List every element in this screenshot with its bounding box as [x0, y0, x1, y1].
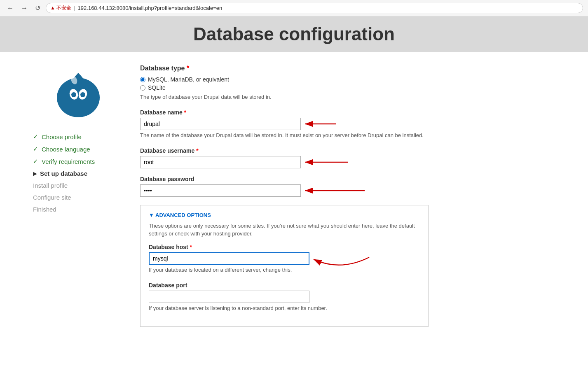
advanced-options-toggle[interactable]: ▼ ADVANCED OPTIONS: [149, 212, 211, 218]
step-label: Configure site: [33, 194, 71, 201]
database-port-help: If your database server is listening to …: [149, 305, 420, 312]
drupal-logo: [52, 65, 105, 118]
page-title: Database configuration: [7, 24, 581, 44]
step-label: Set up database: [40, 170, 87, 177]
database-type-label: Database type *: [140, 65, 429, 72]
required-star: *: [184, 109, 186, 116]
steps-list: ✓ Choose profile ✓ Choose language ✓ Ver…: [33, 130, 124, 215]
required-star: *: [187, 65, 189, 72]
back-button[interactable]: ←: [5, 4, 16, 13]
address-bar[interactable]: ▲ 不安全 | 192.168.44.132:8080/install.php?…: [46, 3, 583, 13]
database-username-input[interactable]: [140, 156, 301, 168]
arrow-annotation-name: [303, 120, 340, 130]
database-password-label: Database password: [140, 176, 429, 182]
browser-chrome: ← → ↺ ▲ 不安全 | 192.168.44.132:8080/instal…: [0, 0, 588, 16]
step-finished: Finished: [33, 203, 124, 215]
database-password-group: Database password: [140, 176, 429, 197]
toggle-label: ▼ ADVANCED OPTIONS: [149, 212, 211, 218]
reload-button[interactable]: ↺: [33, 3, 42, 13]
sqlite-radio[interactable]: [140, 85, 145, 91]
step-label: Choose profile: [42, 133, 82, 140]
database-name-label: Database name *: [140, 109, 429, 116]
database-port-input[interactable]: [149, 291, 309, 303]
url-text: 192.168.44.132:8080/install.php?profile=…: [78, 5, 223, 11]
mysql-radio[interactable]: [140, 77, 145, 82]
sqlite-option[interactable]: SQLite: [140, 84, 429, 91]
step-label: Choose language: [42, 146, 90, 153]
step-label: Install profile: [33, 182, 68, 189]
mysql-label: MySQL, MariaDB, or equivalent: [148, 76, 229, 83]
main-content: ✓ Choose profile ✓ Choose language ✓ Ver…: [0, 52, 588, 339]
database-type-help: The type of database your Drupal data wi…: [140, 93, 429, 101]
check-icon: ✓: [33, 158, 38, 165]
arrow-annotation-password: [303, 186, 369, 207]
arrow-icon: ▶: [33, 171, 37, 177]
sidebar: ✓ Choose profile ✓ Choose language ✓ Ver…: [33, 65, 124, 327]
svg-point-3: [71, 92, 76, 97]
database-host-group: Database host * If your database is loca…: [149, 244, 420, 274]
required-star: *: [196, 147, 198, 154]
step-choose-profile: ✓ Choose profile: [33, 130, 124, 143]
url-separator: |: [74, 5, 75, 11]
check-icon: ✓: [33, 133, 38, 140]
security-indicator: ▲ 不安全: [50, 5, 71, 12]
sqlite-label: SQLite: [148, 84, 166, 91]
database-username-group: Database username *: [140, 147, 429, 168]
step-configure-site: Configure site: [33, 191, 124, 203]
database-host-input[interactable]: [149, 252, 309, 265]
mysql-option[interactable]: MySQL, MariaDB, or equivalent: [140, 76, 429, 83]
check-icon: ✓: [33, 145, 38, 153]
step-choose-language: ✓ Choose language: [33, 143, 124, 155]
advanced-options-box: ▼ ADVANCED OPTIONS These options are onl…: [140, 205, 429, 327]
forward-button[interactable]: →: [19, 4, 30, 13]
database-name-input[interactable]: [140, 118, 301, 130]
database-password-input[interactable]: [140, 184, 301, 197]
svg-point-4: [80, 92, 85, 97]
database-name-group: Database name * The name of the database…: [140, 109, 429, 139]
database-host-help: If your database is located on a differe…: [149, 266, 420, 274]
database-port-label: Database port: [149, 282, 420, 289]
required-star: *: [190, 244, 192, 250]
database-username-label: Database username *: [140, 147, 429, 154]
database-port-group: Database port If your database server is…: [149, 282, 420, 312]
advanced-help-text: These options are only necessary for som…: [149, 222, 420, 237]
step-install-profile: Install profile: [33, 179, 124, 191]
radio-group: MySQL, MariaDB, or equivalent SQLite: [140, 76, 429, 91]
form-area: Database type * MySQL, MariaDB, or equiv…: [140, 65, 429, 327]
step-label: Verify requirements: [42, 158, 95, 165]
database-type-group: Database type * MySQL, MariaDB, or equiv…: [140, 65, 429, 101]
database-host-label: Database host *: [149, 244, 420, 250]
arrow-annotation-username: [303, 158, 352, 168]
database-name-help: The name of the database your Drupal dat…: [140, 132, 429, 139]
step-verify-requirements: ✓ Verify requirements: [33, 155, 124, 168]
step-set-up-database: ▶ Set up database: [33, 168, 124, 179]
page-header: Database configuration: [0, 16, 588, 52]
step-label: Finished: [33, 206, 56, 213]
